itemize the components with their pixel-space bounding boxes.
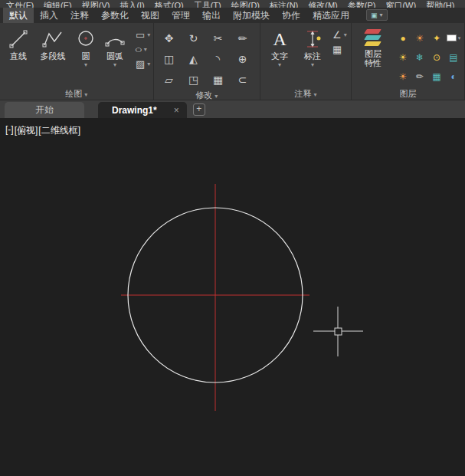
menu-window[interactable]: 窗口(W): [385, 0, 416, 8]
ribbon-tab-featured-apps[interactable]: 精选应用: [306, 8, 355, 23]
stretch-button[interactable]: ▱: [165, 74, 173, 86]
copy-button[interactable]: ◫: [164, 53, 174, 65]
layer-match-icon: ⊙: [433, 52, 440, 63]
layer-lock-button[interactable]: ✦: [433, 33, 440, 44]
layer-isolate-button[interactable]: ☀: [399, 52, 408, 63]
layer-walk-icon: ▦: [432, 71, 440, 82]
arc-icon: [104, 27, 126, 51]
rotate-icon: ↻: [189, 32, 198, 44]
file-tab-bar: 开始 Drawing1* × +: [0, 100, 465, 118]
chevron-down-icon[interactable]: ▾: [311, 61, 314, 68]
draw-panel-title[interactable]: 绘图 ▾: [0, 88, 153, 100]
menu-parametric[interactable]: 参数(P): [348, 0, 376, 8]
chevron-down-icon[interactable]: ▾: [84, 61, 87, 68]
layer-properties-icon: [362, 28, 384, 49]
ellipse-button[interactable]: ○ ▾: [136, 44, 150, 54]
menu-view[interactable]: 视图(V): [82, 0, 110, 8]
viewport-visual-style-control[interactable]: [二维线框]: [38, 124, 80, 137]
modify-panel-title[interactable]: 修改 ▾: [154, 90, 260, 101]
menu-file[interactable]: 文件(F): [6, 0, 34, 8]
scale-button[interactable]: ◳: [188, 74, 198, 86]
viewport-view-control[interactable]: [俯视]: [15, 124, 38, 137]
dimension-icon: [302, 27, 323, 51]
menu-help[interactable]: 帮助(H): [426, 0, 454, 8]
circle-icon: [75, 27, 97, 51]
move-button[interactable]: ✥: [165, 32, 174, 44]
ribbon-tab-annotate[interactable]: 注释: [64, 8, 95, 23]
mirror-button[interactable]: ◭: [189, 53, 198, 65]
annotate-panel-title[interactable]: 注释 ▾: [260, 88, 351, 100]
leader-button[interactable]: ∠ ▾: [332, 30, 347, 40]
trim-button[interactable]: ✂: [214, 32, 223, 44]
layer-states-button[interactable]: ▤: [449, 52, 457, 63]
layers-panel-title[interactable]: 图层: [352, 88, 464, 100]
ribbon-display-toggle-button[interactable]: ▣ ▾: [366, 9, 388, 21]
layer-merge-button[interactable]: ◐: [450, 71, 456, 82]
drawing-area[interactable]: [0, 118, 465, 476]
arc-button[interactable]: 圆弧 ▾: [100, 25, 130, 88]
offset-button[interactable]: ⊂: [238, 74, 247, 86]
layer-change-icon: ✏: [416, 71, 424, 82]
layer-thaw-icon: ☀: [416, 33, 424, 44]
fillet-button[interactable]: ◝: [216, 53, 220, 65]
chevron-down-icon[interactable]: ▾: [113, 61, 116, 68]
annotate-extra-tools: ∠ ▾ ▦: [332, 25, 347, 88]
chevron-down-icon: ▾: [144, 46, 147, 53]
close-icon[interactable]: ×: [174, 105, 179, 116]
chevron-down-icon: ▾: [458, 35, 461, 41]
copy-icon: ◫: [164, 53, 174, 65]
tab-drawing1[interactable]: Drawing1* ×: [98, 102, 187, 118]
menu-draw[interactable]: 绘图(D): [231, 0, 260, 8]
erase-button[interactable]: ✏: [238, 32, 247, 44]
polyline-button[interactable]: 多段线: [34, 25, 72, 88]
panel-draw: 直线 多段线 圆: [0, 23, 154, 100]
rectangle-button[interactable]: ▭ ▾: [136, 30, 150, 40]
fillet-icon: ◝: [216, 53, 220, 65]
ribbon-tab-output[interactable]: 输出: [196, 8, 227, 23]
ribbon-tab-insert[interactable]: 插入: [34, 8, 64, 23]
menu-dimension[interactable]: 标注(N): [270, 0, 298, 8]
circle-button[interactable]: 圆 ▾: [72, 25, 100, 88]
text-icon: A: [273, 27, 286, 51]
array-button[interactable]: ▦: [213, 74, 223, 86]
ribbon-tab-manage[interactable]: 管理: [165, 8, 196, 23]
drawing-canvas[interactable]: [-] [俯视] [二维线框]: [0, 118, 465, 476]
new-drawing-button[interactable]: +: [193, 103, 205, 116]
layer-thaw-button[interactable]: ☀: [416, 33, 424, 44]
chevron-down-icon: ▾: [147, 61, 150, 67]
layer-properties-button[interactable]: 图层 特性: [355, 25, 391, 88]
ribbon-tab-addins[interactable]: 附加模块: [227, 8, 276, 23]
menu-edit[interactable]: 编辑(E): [44, 0, 72, 8]
hatch-button[interactable]: ▨ ▾: [136, 59, 150, 69]
tab-start[interactable]: 开始: [5, 102, 84, 118]
chevron-down-icon: ▾: [344, 31, 347, 38]
cursor-pickbox: [335, 328, 342, 335]
ribbon-tab-view[interactable]: 视图: [135, 8, 165, 23]
workspace-icon: ▣: [371, 11, 378, 19]
dimension-button[interactable]: 标注 ▾: [296, 25, 329, 88]
menu-tools[interactable]: 工具(T): [194, 0, 221, 8]
layer-change-button[interactable]: ✏: [416, 71, 424, 82]
layer-walk-button[interactable]: ▦: [432, 71, 440, 82]
menu-insert[interactable]: 插入(I): [120, 0, 144, 8]
line-button[interactable]: 直线: [3, 25, 34, 88]
panel-modify: ✥ ↻ ✂ ✏ ◫ ◭ ◝ ⊕ ▱ ◳ ▦ ⊂ 修改 ▾: [154, 23, 261, 100]
layer-unisolate-button[interactable]: ☀: [399, 71, 408, 82]
menu-modify[interactable]: 修改(M): [308, 0, 338, 8]
menu-format[interactable]: 格式(O): [155, 0, 184, 8]
layer-on-button[interactable]: ●: [400, 33, 405, 44]
viewport-minimize-control[interactable]: [-]: [5, 124, 14, 137]
table-button[interactable]: ▦: [332, 44, 347, 54]
ribbon-tab-parametric[interactable]: 参数化: [95, 8, 135, 23]
layer-match-button[interactable]: ⊙: [433, 52, 440, 63]
text-button[interactable]: A 文字 ▾: [264, 25, 296, 88]
chevron-down-icon[interactable]: ▾: [278, 61, 281, 68]
layer-on-icon: ●: [400, 33, 405, 44]
ribbon-tab-home[interactable]: 默认: [3, 8, 34, 23]
ribbon-tab-collaborate[interactable]: 协作: [276, 8, 306, 23]
layer-color-button[interactable]: ▾: [447, 34, 461, 41]
layer-freeze-button[interactable]: ❄: [416, 52, 424, 63]
layer-lock-icon: ✦: [433, 33, 440, 44]
explode-button[interactable]: ⊕: [238, 53, 247, 65]
rotate-button[interactable]: ↻: [189, 32, 198, 44]
